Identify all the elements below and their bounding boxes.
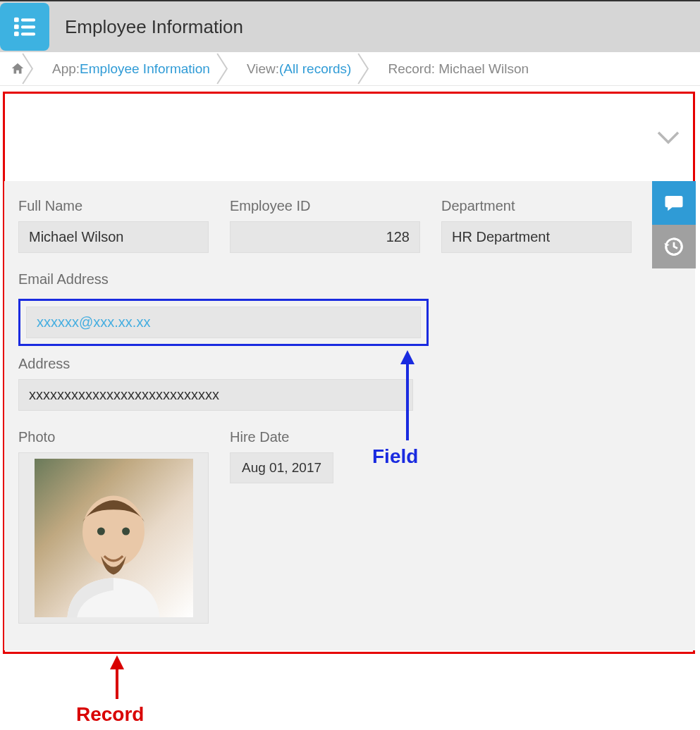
- breadcrumb-view[interactable]: View: (All records): [233, 52, 362, 85]
- chevron-down-icon[interactable]: [653, 123, 683, 152]
- svg-point-8: [97, 528, 105, 536]
- svg-rect-4: [14, 32, 19, 37]
- employee-id-label: Employee ID: [230, 198, 420, 214]
- breadcrumb-separator-icon: [25, 52, 38, 85]
- side-tabs: [652, 181, 696, 268]
- address-value: xxxxxxxxxxxxxxxxxxxxxxxxxxx: [18, 379, 413, 411]
- breadcrumb-view-link[interactable]: (All records): [279, 61, 351, 77]
- svg-rect-1: [21, 18, 35, 21]
- field-address: Address xxxxxxxxxxxxxxxxxxxxxxxxxxx: [18, 356, 681, 411]
- svg-rect-0: [14, 18, 19, 23]
- hire-date-value: Aug 01, 2017: [230, 452, 333, 483]
- record-annotation-arrow-icon: [104, 655, 133, 705]
- field-department: Department HR Department: [441, 198, 632, 253]
- breadcrumb-view-prefix: View:: [247, 61, 279, 77]
- employee-id-value: 128: [230, 221, 420, 253]
- record-annotation-label: Record: [76, 703, 144, 726]
- email-label: Email Address: [18, 271, 681, 287]
- field-photo: Photo: [18, 429, 209, 624]
- photo-value[interactable]: [18, 452, 209, 624]
- breadcrumb-app-prefix: App:: [52, 61, 80, 77]
- department-label: Department: [441, 198, 632, 214]
- field-annotation-outline: xxxxxx@xxx.xx.xx: [18, 299, 429, 346]
- svg-rect-5: [21, 32, 35, 35]
- svg-point-9: [122, 528, 130, 536]
- breadcrumb-separator-icon: [220, 52, 233, 85]
- breadcrumb-app[interactable]: App: Employee Information: [38, 52, 220, 85]
- field-hire-date: Hire Date Aug 01, 2017: [230, 429, 333, 624]
- breadcrumb-app-link[interactable]: Employee Information: [80, 61, 210, 77]
- app-header: Employee Information: [0, 0, 700, 52]
- photo-image: [35, 459, 193, 617]
- breadcrumb: App: Employee Information View: (All rec…: [0, 52, 700, 86]
- field-full-name: Full Name Michael Wilson: [18, 198, 209, 253]
- department-value: HR Department: [441, 221, 632, 253]
- comments-tab[interactable]: [652, 181, 696, 225]
- field-employee-id: Employee ID 128: [230, 198, 420, 253]
- svg-rect-3: [21, 25, 35, 28]
- breadcrumb-separator-icon: [361, 52, 374, 85]
- email-value[interactable]: xxxxxx@xxx.xx.xx: [26, 307, 421, 338]
- photo-label: Photo: [18, 429, 209, 445]
- field-annotation-label: Field: [372, 445, 418, 468]
- record-form: Full Name Michael Wilson Employee ID 128…: [4, 181, 695, 650]
- history-tab[interactable]: [652, 225, 696, 268]
- full-name-label: Full Name: [18, 198, 209, 214]
- svg-marker-13: [110, 655, 124, 669]
- breadcrumb-record: Record: Michael Wilson: [374, 52, 539, 85]
- full-name-value: Michael Wilson: [18, 221, 209, 253]
- address-label: Address: [18, 356, 681, 372]
- email-link[interactable]: xxxxxx@xxx.xx.xx: [37, 314, 150, 330]
- svg-rect-2: [14, 25, 19, 30]
- field-email: Email Address xxxxxx@xxx.xx.xx: [18, 271, 681, 346]
- page-title: Employee Information: [65, 16, 243, 38]
- app-logo-icon: [0, 3, 49, 51]
- breadcrumb-record-label: Record: Michael Wilson: [388, 61, 529, 77]
- hire-date-label: Hire Date: [230, 429, 333, 445]
